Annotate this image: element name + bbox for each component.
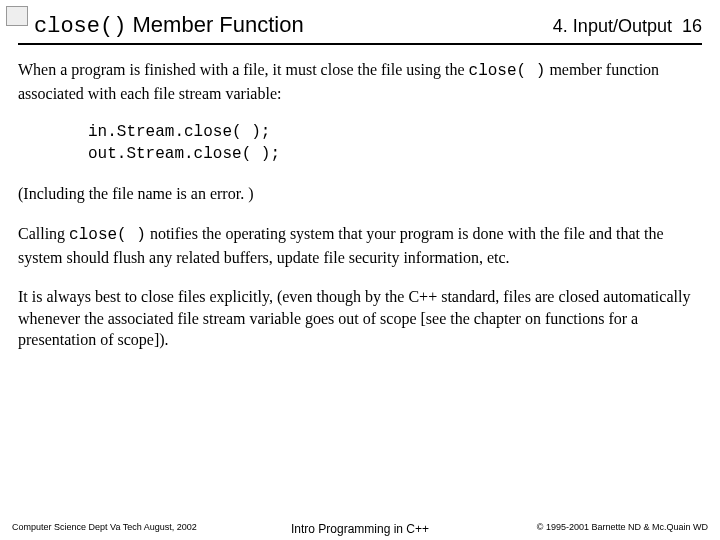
title-rest: Member Function (126, 12, 303, 37)
p3-text-a: Calling (18, 225, 69, 242)
paragraph-1: When a program is finished with a file, … (18, 59, 702, 104)
title-code: close() (34, 14, 126, 39)
p1-code: close( ) (469, 62, 546, 80)
slide-body: When a program is finished with a file, … (18, 59, 702, 351)
slide-footer: Computer Science Dept Va Tech August, 20… (12, 522, 708, 532)
slide-title: close() Member Function (34, 12, 304, 39)
footer-left: Computer Science Dept Va Tech August, 20… (12, 522, 197, 532)
footer-right: © 1995-2001 Barnette ND & Mc.Quain WD (537, 522, 708, 532)
slide-header: close() Member Function 4. Input/Output … (34, 12, 702, 39)
paragraph-3: Calling close( ) notifies the operating … (18, 223, 702, 268)
code-block: in.Stream.close( ); out.Stream.close( ); (88, 122, 702, 165)
slide-tab-icon (6, 6, 28, 26)
p1-text-a: When a program is finished with a file, … (18, 61, 469, 78)
page-number: 16 (682, 16, 702, 36)
slide-page: close() Member Function 4. Input/Output … (0, 0, 720, 540)
p3-code: close( ) (69, 226, 146, 244)
chapter-page: 4. Input/Output 16 (553, 16, 702, 37)
header-rule (18, 43, 702, 45)
paragraph-4: It is always best to close files explici… (18, 286, 702, 351)
chapter-label: 4. Input/Output (553, 16, 672, 36)
paragraph-2: (Including the file name is an error. ) (18, 183, 702, 205)
